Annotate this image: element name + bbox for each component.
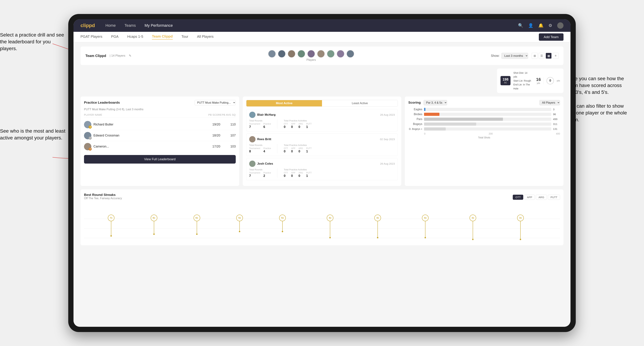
pac-date-3: 26 Aug 2023 (380, 162, 395, 165)
tournament-val-3: 7 (249, 174, 260, 178)
player-avatar[interactable] (307, 50, 315, 58)
panel-title: Practice Leaderboards (84, 101, 120, 105)
tournament-val-2: 8 (249, 150, 260, 153)
stats-divider-3 (277, 168, 278, 178)
ott-button[interactable]: OTT (513, 195, 523, 200)
player-avatar[interactable] (278, 50, 286, 58)
putt-button[interactable]: PUTT (548, 195, 560, 200)
birdies-val: 96 (553, 113, 560, 116)
table-view-btn[interactable]: ≡ (553, 53, 558, 59)
shot-circle: 0 (546, 77, 554, 84)
lb-row: 3 Cameron... 17/20 103 (84, 141, 236, 152)
streak-point-8: 4x (422, 215, 428, 238)
lb-name-2: Edward Crossman (94, 134, 119, 137)
total-practice-group: Total Practice Activities OTT 0 APP 0 (284, 119, 312, 129)
app-button[interactable]: APP (524, 195, 535, 200)
team-title: Team Clippd (86, 54, 106, 58)
streaks-title: Best Round Streaks (84, 193, 122, 197)
nav-teams[interactable]: Teams (124, 23, 136, 28)
least-active-tab[interactable]: Least Active (322, 100, 398, 106)
total-practice-group-3: Total Practice Activities OTT 0 APP 0 (284, 168, 312, 178)
player-activity-card-2: Rees Britt 02 Sep 2023 Total Rounds Tour… (246, 134, 398, 156)
scoring-title: Scoring (408, 101, 421, 105)
subnav-all-players[interactable]: All Players (197, 35, 214, 39)
streak-point-6: 4x (327, 215, 334, 238)
search-icon[interactable]: 🔍 (518, 23, 523, 28)
player-avatar[interactable] (268, 50, 276, 58)
card-view-btn[interactable]: ▦ (546, 53, 552, 59)
lb-avg-3: 103 (222, 145, 236, 148)
birdies-fill (424, 113, 439, 116)
dbogeys-val: 131 (553, 127, 560, 130)
grid-view-btn[interactable]: ⊞ (532, 53, 538, 59)
list-view-btn[interactable]: ☰ (539, 53, 544, 59)
arg-val-1: 0 (298, 125, 303, 129)
dbogeys-fill (424, 127, 446, 131)
add-team-button[interactable]: Add Team (539, 33, 564, 41)
total-rounds-group: Total Rounds Tournament 7 Practice 6 (249, 119, 271, 129)
pac-name-2: Rees Britt (257, 138, 271, 141)
bogeys-bar-row: Bogeys 311 (408, 123, 560, 126)
bogeys-val: 311 (553, 123, 560, 126)
streak-point-5: 5x (279, 215, 286, 232)
player-avatar[interactable] (346, 50, 354, 58)
pac-avatar-1 (249, 112, 256, 118)
col-avg: PB AVG SQ (222, 113, 236, 116)
tournament-val-1: 7 (249, 125, 260, 129)
view-icons: ⊞ ☰ ▦ ≡ (532, 53, 558, 59)
most-active-tab[interactable]: Most Active (246, 100, 322, 106)
annotation-right: Here you can see how the team have score… (567, 75, 640, 123)
player-avatar[interactable] (298, 50, 305, 58)
scoring-panel: Scoring Par 3, 4 & 5s Par 3s Par 4s Par … (405, 96, 564, 186)
birdies-bar-row: Birdies 96 (408, 113, 560, 116)
eagles-bar-row: Eagles 3 (408, 108, 560, 111)
nav-avatar[interactable] (557, 22, 564, 29)
view-full-leaderboard-button[interactable]: View Full Leaderboard (84, 155, 236, 164)
team-header: Team Clippd | 14 Players ✎ (80, 46, 564, 65)
lb-score-1: 19/20 (206, 123, 220, 126)
subnav-team-clippd[interactable]: Team Clippd (152, 34, 173, 39)
lb-name-1: Richard Butler (94, 123, 114, 126)
bell-icon[interactable]: 🔔 (538, 23, 544, 28)
player-avatar[interactable] (288, 50, 296, 58)
divider (544, 77, 544, 84)
lb-score-3: 17/20 (206, 145, 220, 148)
streaks-subtitle: Off The Tee, Fairway Accuracy (84, 197, 122, 200)
streak-point-7: 4x (374, 215, 381, 238)
panel-header: Practice Leaderboards PUTT Must Make Put… (84, 100, 236, 105)
eagles-fill (424, 108, 425, 111)
subnav-tour[interactable]: Tour (182, 35, 188, 39)
edit-icon[interactable]: ✎ (129, 54, 132, 58)
subnav-hcaps[interactable]: Hcaps 1-5 (127, 35, 143, 39)
drill-select[interactable]: PUTT Must Make Putting... (194, 100, 236, 105)
annotation-bottom-left: See who is the most and least active amo… (0, 128, 66, 141)
player-avatar[interactable] (337, 50, 344, 58)
lb-score-2: 18/20 (206, 134, 220, 137)
subnav-pgat[interactable]: PGAT Players (80, 35, 102, 39)
bogeys-label: Bogeys (408, 123, 422, 126)
user-icon[interactable]: 👤 (528, 23, 534, 28)
settings-icon[interactable]: ⚙ (548, 23, 552, 28)
player-avatar[interactable] (327, 50, 334, 58)
tablet-screen: clippd Home Teams My Performance 🔍 👤 🔔 ⚙… (74, 19, 570, 327)
gold-badge: ★ (88, 126, 92, 129)
player-avatar[interactable] (317, 50, 325, 58)
arg-button[interactable]: ARG (536, 195, 547, 200)
total-practice-label: Total Practice Activities (284, 119, 312, 122)
total-rounds-group-3: Total Rounds Tournament 7 Practice 2 (249, 168, 271, 178)
nav-items: Home Teams My Performance (105, 23, 518, 28)
pars-fill (424, 118, 503, 121)
nav-my-performance[interactable]: My Performance (144, 23, 173, 28)
scoring-players-filter[interactable]: All Players (539, 100, 560, 105)
show-select[interactable]: Last 3 months Last 6 months Last year (501, 53, 528, 59)
nav-home[interactable]: Home (105, 23, 116, 28)
streak-point-2: 6x (151, 215, 157, 235)
lb-player-3: 3 Cameron... (84, 143, 205, 150)
panel-subtitle: PUTT Must Make Putting (3-6 ft), Last 3 … (84, 108, 236, 111)
bronze-badge: 3 (88, 148, 92, 151)
pac-player-3: Josh Coles (249, 161, 273, 167)
subnav-pga[interactable]: PGA (111, 35, 118, 39)
scoring-par-filter[interactable]: Par 3, 4 & 5s Par 3s Par 4s Par 5s (424, 100, 447, 105)
eagles-label: Eagles (408, 108, 422, 111)
practice-val-2: 4 (264, 150, 271, 153)
